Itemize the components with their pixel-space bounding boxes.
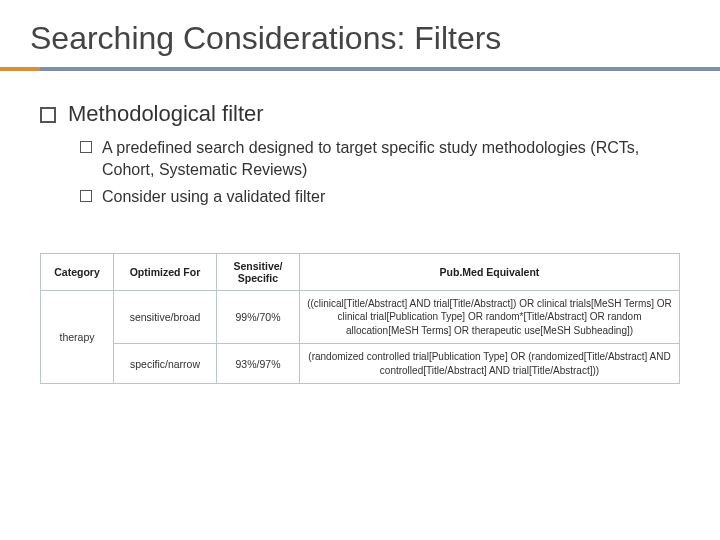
cell-category: therapy bbox=[41, 290, 114, 384]
col-sensspec: Sensitive/ Specific bbox=[217, 253, 300, 290]
bullet-l2: A predefined search designed to target s… bbox=[80, 137, 680, 180]
bullet-l1: Methodological filter bbox=[40, 101, 680, 127]
slide: Searching Considerations: Filters Method… bbox=[0, 0, 720, 540]
bullet-l1-text: Methodological filter bbox=[68, 101, 264, 127]
table-row: specific/narrow 93%/97% (randomized cont… bbox=[41, 344, 680, 384]
title-underline bbox=[0, 67, 720, 71]
bullet-l2: Consider using a validated filter bbox=[80, 186, 680, 208]
col-category: Category bbox=[41, 253, 114, 290]
filter-table-wrap: Category Optimized For Sensitive/ Specif… bbox=[40, 253, 680, 385]
col-pubmed: Pub.Med Equivalent bbox=[300, 253, 680, 290]
cell-pubmed: ((clinical[Title/Abstract] AND trial[Tit… bbox=[300, 290, 680, 344]
bullet-l2-text: A predefined search designed to target s… bbox=[102, 137, 680, 180]
col-optimized: Optimized For bbox=[114, 253, 217, 290]
filter-table: Category Optimized For Sensitive/ Specif… bbox=[40, 253, 680, 385]
square-bullet-icon bbox=[80, 141, 92, 153]
cell-sensspec: 99%/70% bbox=[217, 290, 300, 344]
table-row: therapy sensitive/broad 99%/70% ((clinic… bbox=[41, 290, 680, 344]
cell-optimized: specific/narrow bbox=[114, 344, 217, 384]
table-header-row: Category Optimized For Sensitive/ Specif… bbox=[41, 253, 680, 290]
bullet-l2-text: Consider using a validated filter bbox=[102, 186, 325, 208]
cell-optimized: sensitive/broad bbox=[114, 290, 217, 344]
body: Methodological filter A predefined searc… bbox=[30, 71, 690, 384]
square-bullet-icon bbox=[40, 107, 56, 123]
cell-sensspec: 93%/97% bbox=[217, 344, 300, 384]
square-bullet-icon bbox=[80, 190, 92, 202]
cell-pubmed: (randomized controlled trial[Publication… bbox=[300, 344, 680, 384]
page-title: Searching Considerations: Filters bbox=[30, 20, 690, 57]
